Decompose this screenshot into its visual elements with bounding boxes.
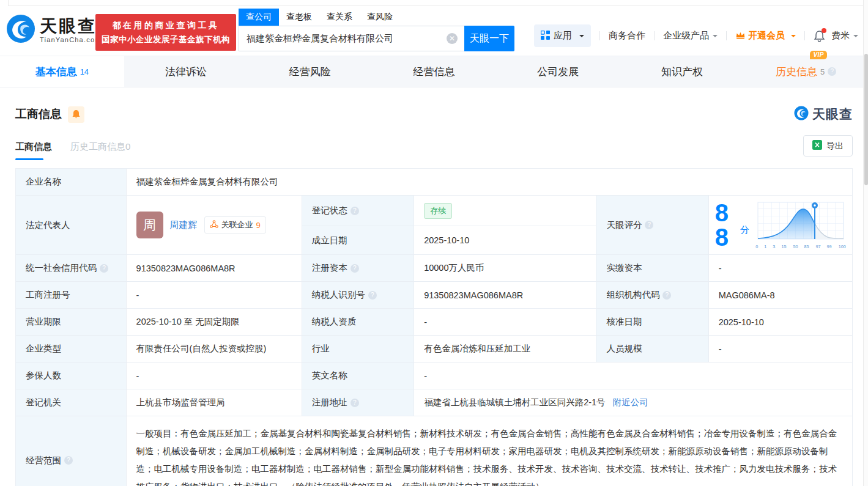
brand-domain: TianYanCha.com	[40, 36, 102, 43]
field-label-taxpayer-id: 纳税人识别号?	[302, 282, 414, 309]
tab-label: 基本信息	[35, 65, 77, 79]
watermark-text: 天眼查	[812, 106, 853, 123]
field-label-score: 天眼评分?	[596, 196, 708, 255]
help-icon[interactable]: ?	[828, 67, 836, 76]
field-value-business-scope: 一般项目：有色金属压延加工；金属基复合材料和陶瓷基复合材料销售；新材料技术研发；…	[126, 416, 852, 486]
field-value-paid-capital: -	[708, 255, 852, 282]
help-icon[interactable]: ?	[351, 207, 359, 215]
field-value-company-name: 福建紫金桓烨金属复合材料有限公司	[126, 169, 852, 196]
related-companies-badge[interactable]: 关联企业 9	[204, 216, 266, 234]
field-value-reg-number: -	[126, 282, 302, 309]
field-value-business-term: 2025-10-10 至 无固定期限	[126, 309, 302, 336]
table-row: 企业类型 有限责任公司(自然人投资或控股) 行业 有色金属冶炼和压延加工业 人员…	[16, 336, 853, 363]
score-distribution-chart[interactable]: 01 315 5085 9799 100	[755, 201, 846, 249]
tab-basic-info[interactable]: 基本信息 14	[0, 56, 124, 87]
excel-icon	[812, 140, 822, 152]
help-icon[interactable]: ?	[368, 291, 377, 300]
subtab-business-info[interactable]: 工商信息	[15, 141, 52, 160]
field-label-reg-status: 登记状态?	[302, 196, 414, 226]
field-label-legal-rep: 法定代表人	[16, 196, 127, 255]
score-value: 88	[715, 201, 734, 249]
search-tab-boss[interactable]: 查老板	[279, 9, 319, 26]
field-label-english-name: 英文名称	[302, 363, 414, 389]
score-chart-axis: 01 315 5085 9799 100	[755, 244, 846, 249]
tab-count: 5	[820, 67, 825, 76]
tab-label: 知识产权	[661, 65, 703, 79]
field-value-approval-date: 2025-10-10	[708, 309, 852, 336]
section-head: 工商信息 天眼查	[0, 87, 868, 123]
field-label-business-scope: 经营范围?	[16, 416, 127, 486]
site-header: 天眼查 TianYanCha.com 都在用的商业查询工具 国家中小企业发展子基…	[0, 6, 868, 56]
related-companies-label: 关联企业	[221, 219, 253, 230]
tianyancha-logo[interactable]: 天眼查 TianYanCha.com	[6, 14, 102, 46]
subtab-history-business-info[interactable]: 历史工商信息0	[70, 141, 130, 160]
related-companies-count: 9	[256, 221, 261, 230]
promo-line2: 国家中小企业发展子基金旗下机构	[102, 34, 230, 45]
help-icon[interactable]: ?	[645, 221, 653, 229]
help-icon[interactable]: ?	[351, 264, 359, 273]
field-label-reg-authority: 登记机关	[16, 389, 127, 416]
search-button[interactable]: 天眼一下	[464, 26, 514, 51]
search-tab-relation[interactable]: 查关系	[319, 9, 360, 26]
tab-legal-litigation[interactable]: 法律诉讼	[124, 56, 248, 87]
field-label-paid-capital: 实缴资本	[596, 255, 708, 282]
chevron-down-icon	[713, 35, 718, 40]
tab-company-development[interactable]: 公司发展	[496, 56, 620, 87]
field-label-org-code: 组织机构代码?	[596, 282, 708, 309]
field-label-staff-size: 人员规模	[596, 336, 708, 363]
field-value-reg-address: 福建省上杭县临城镇土埔村工业区同兴路2-1号 附近公司	[414, 389, 853, 416]
search-tab-risk[interactable]: 查风险	[360, 9, 400, 26]
top-divider	[8, 0, 868, 6]
field-label-establish-date: 成立日期	[302, 226, 414, 255]
nav-separator	[726, 31, 727, 40]
help-icon[interactable]: ?	[662, 291, 671, 300]
business-info-table: 企业名称 福建紫金桓烨金属复合材料有限公司 法定代表人 周 周建辉	[15, 168, 853, 486]
field-label-industry: 行业	[302, 336, 414, 363]
legal-rep-name-link[interactable]: 周建辉	[170, 219, 198, 231]
help-icon[interactable]: ?	[64, 456, 73, 465]
scrollbar-thumb[interactable]	[864, 54, 868, 185]
search-input[interactable]	[239, 26, 464, 51]
brand-name: 天眼查	[40, 17, 102, 35]
help-icon[interactable]: ?	[351, 399, 359, 407]
notifications-bell[interactable]	[814, 30, 825, 42]
nearby-companies-link[interactable]: 附近公司	[613, 397, 648, 407]
search-tab-company[interactable]: 查公司	[239, 9, 279, 26]
tab-operation-risk[interactable]: 经营风险	[248, 56, 372, 87]
tianyancha-logo-icon	[6, 14, 35, 46]
tab-operation-info[interactable]: 经营信息	[372, 56, 496, 87]
field-label-credit-code: 统一社会信用代码?	[16, 255, 127, 282]
header-nav: 应用 商务合作 企业级产品 开通会员	[534, 24, 858, 47]
apps-menu[interactable]: 应用	[534, 24, 591, 47]
help-icon[interactable]: ?	[100, 264, 108, 273]
field-value-credit-code: 91350823MAG086MA8R	[126, 255, 302, 282]
subtab-row: 工商信息 历史工商信息0 导出	[0, 123, 868, 160]
legal-rep-avatar[interactable]: 周	[136, 212, 163, 238]
export-label: 导出	[826, 141, 844, 152]
tab-intellectual-property[interactable]: 知识产权	[620, 56, 744, 87]
chevron-down-icon	[853, 35, 858, 40]
nav-enterprise-label: 企业级产品	[663, 30, 709, 42]
field-value-english-name: -	[414, 363, 853, 389]
export-button[interactable]: 导出	[803, 135, 853, 156]
field-label-reg-number: 工商注册号	[16, 282, 127, 309]
page-scrollbar[interactable]	[863, 0, 868, 486]
chevron-down-icon	[791, 35, 796, 40]
monitor-bell-button[interactable]	[68, 106, 84, 123]
table-row: 工商注册号 - 纳税人识别号? 91350823MAG086MA8R 组织机构代…	[16, 282, 853, 309]
table-row: 参保人数 - 英文名称 -	[16, 363, 853, 389]
user-menu[interactable]: 费米	[831, 30, 858, 42]
field-value-establish-date: 2025-10-10	[414, 226, 596, 255]
promo-banner[interactable]: 都在用的商业查询工具 国家中小企业发展子基金旗下机构	[95, 14, 236, 51]
search-block: 查公司 查老板 查关系 查风险 ✕ 天眼一下	[239, 9, 514, 51]
clear-search-icon[interactable]: ✕	[447, 33, 458, 44]
nav-enterprise[interactable]: 企业级产品	[663, 30, 718, 42]
field-value-reg-status: 存续	[414, 196, 596, 226]
tab-history-info[interactable]: 历史信息 VIP 5 ?	[744, 56, 868, 87]
bell-icon	[72, 109, 81, 119]
field-label-business-term: 营业期限	[16, 309, 127, 336]
field-value-score: 88 分	[708, 196, 852, 255]
nav-cooperation[interactable]: 商务合作	[609, 30, 645, 42]
open-vip-button[interactable]: 开通会员	[735, 30, 796, 42]
field-value-reg-authority: 上杭县市场监督管理局	[126, 389, 302, 416]
